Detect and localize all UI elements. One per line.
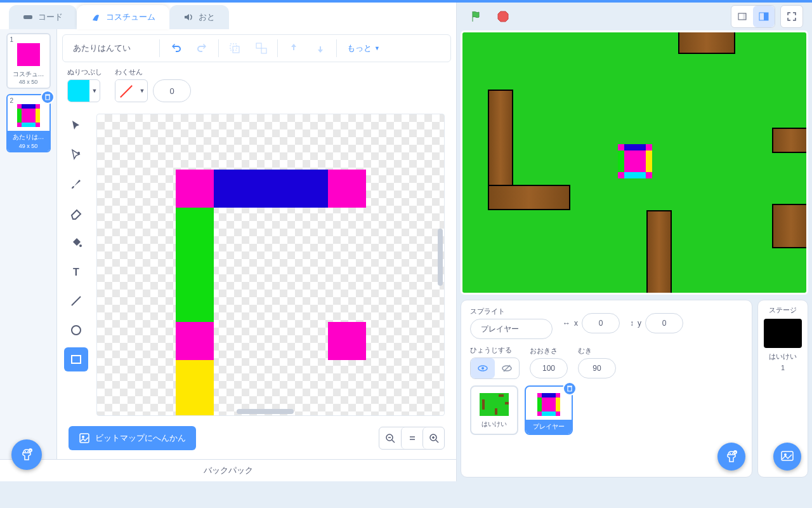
outline-color-button[interactable]: ▼: [115, 79, 148, 102]
svg-rect-4: [261, 48, 266, 53]
svg-rect-10: [72, 356, 81, 363]
stage-thumbnail[interactable]: [764, 319, 802, 348]
tool-palette: T: [62, 107, 90, 422]
svg-text:+: +: [30, 448, 32, 452]
undo-button[interactable]: [165, 37, 187, 59]
costume-item-2[interactable]: 2 あたりは… 49 x 50: [6, 94, 51, 152]
fill-label: ぬりつぶし: [67, 67, 102, 77]
svg-text:T: T: [73, 267, 79, 277]
svg-point-30: [481, 367, 484, 370]
svg-rect-28: [764, 13, 768, 20]
svg-text:+: +: [735, 450, 737, 454]
green-flag-button[interactable]: [466, 6, 487, 27]
direction-input[interactable]: [578, 358, 616, 378]
fill-tool[interactable]: [64, 231, 88, 255]
outline-label: わくせん: [115, 67, 143, 77]
reshape-tool[interactable]: [64, 143, 88, 167]
sprite-item-label: プレイヤー: [526, 420, 572, 434]
editor-tabs: コード コスチューム おと: [0, 3, 456, 29]
rectangle-tool[interactable]: [64, 347, 88, 371]
size-input[interactable]: [530, 358, 568, 378]
large-stage-button[interactable]: [753, 6, 775, 27]
svg-point-6: [79, 244, 82, 247]
direction-label: むき: [578, 346, 616, 356]
forward-button[interactable]: [283, 37, 304, 59]
svg-rect-1: [230, 44, 237, 50]
delete-sprite-icon[interactable]: [563, 382, 577, 396]
add-sprite-fab[interactable]: +: [717, 443, 745, 471]
eraser-tool[interactable]: [64, 201, 88, 225]
stop-button[interactable]: [492, 6, 514, 27]
svg-line-8: [72, 297, 81, 305]
text-tool[interactable]: T: [64, 260, 88, 284]
add-backdrop-fab[interactable]: [773, 443, 801, 471]
backdrop-label: はいけい: [763, 352, 802, 361]
y-arrows-icon: ↕: [630, 319, 634, 328]
x-arrows-icon: ↔: [563, 319, 570, 328]
size-label: おおきさ: [530, 346, 568, 356]
costume-name-input[interactable]: [65, 39, 154, 58]
svg-rect-2: [233, 46, 239, 53]
select-tool[interactable]: [64, 114, 88, 138]
svg-rect-3: [256, 43, 261, 48]
fill-color-button[interactable]: ▼: [67, 79, 100, 102]
group-button[interactable]: [224, 37, 246, 59]
costume-number: 2: [10, 97, 14, 104]
costume-name: コスチュ…: [9, 70, 48, 79]
zoom-reset-button[interactable]: [401, 427, 422, 449]
show-visible-button[interactable]: [471, 358, 495, 378]
svg-line-14: [392, 440, 395, 443]
costume-dim: 49 x 50: [8, 141, 49, 151]
paint-canvas[interactable]: [96, 114, 445, 416]
backdrop-count: 1: [763, 364, 802, 371]
sprite-item-label: はいけい: [474, 420, 514, 429]
zoom-out-button[interactable]: [379, 427, 401, 449]
backpack[interactable]: バックパック: [0, 459, 456, 481]
stage-title: ステージ: [763, 305, 802, 315]
tab-code[interactable]: コード: [9, 5, 77, 29]
svg-rect-0: [23, 15, 32, 19]
costume-dim: 48 x 50: [9, 79, 48, 85]
circle-tool[interactable]: [64, 318, 88, 342]
delete-costume-icon[interactable]: [41, 90, 55, 104]
stage-panel: ステージ はいけい 1: [757, 300, 808, 478]
show-hidden-button[interactable]: [495, 358, 519, 378]
svg-rect-26: [743, 13, 746, 20]
more-button[interactable]: もっと ▼: [342, 43, 385, 54]
zoom-in-button[interactable]: [422, 427, 444, 449]
outline-width-input[interactable]: [153, 79, 191, 102]
brush-tool[interactable]: [64, 172, 88, 196]
svg-rect-35: [782, 451, 793, 460]
show-label: ひょうじする: [470, 345, 520, 355]
sprite-item-haikei[interactable]: はいけい: [470, 385, 518, 435]
stage[interactable]: [461, 30, 808, 295]
y-input[interactable]: [645, 313, 683, 333]
sprite-label: スプライト: [470, 307, 553, 316]
small-stage-button[interactable]: [731, 6, 753, 27]
costume-list: 1 コスチュ… 48 x 50 2: [0, 29, 57, 459]
sprite-item-player[interactable]: プレイヤー: [525, 385, 573, 435]
svg-line-19: [436, 440, 438, 443]
svg-point-9: [72, 326, 81, 335]
tab-costumes[interactable]: コスチューム: [77, 5, 169, 29]
svg-point-12: [82, 436, 84, 438]
redo-button[interactable]: [192, 37, 213, 59]
backward-button[interactable]: [310, 37, 331, 59]
costume-number: 1: [10, 36, 14, 43]
tab-sounds[interactable]: おと: [169, 5, 229, 29]
add-costume-fab[interactable]: +: [11, 439, 42, 470]
costume-item-1[interactable]: 1 コスチュ… 48 x 50: [6, 33, 51, 89]
fullscreen-button[interactable]: [781, 6, 802, 27]
svg-point-5: [77, 152, 80, 154]
sprite-name-input[interactable]: [470, 319, 553, 339]
ungroup-button[interactable]: [251, 37, 272, 59]
svg-marker-24: [498, 11, 508, 22]
convert-bitmap-button[interactable]: ビットマップにへんかん: [69, 426, 196, 450]
sprite-panel: スプライト ↔ x ↕ y ひょう: [461, 300, 752, 478]
line-tool[interactable]: [64, 289, 88, 313]
x-input[interactable]: [582, 313, 620, 333]
